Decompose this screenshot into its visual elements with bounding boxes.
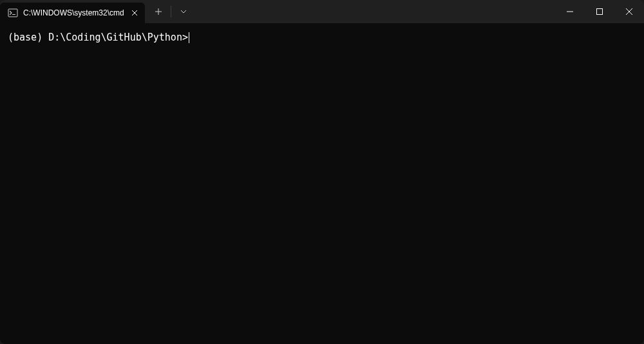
svg-rect-0 — [8, 9, 17, 17]
svg-rect-7 — [597, 9, 603, 15]
close-button[interactable] — [614, 0, 644, 23]
titlebar-actions — [147, 0, 194, 23]
titlebar-left: C:\WINDOWS\system32\cmd — [0, 0, 194, 23]
new-tab-button[interactable] — [147, 1, 169, 22]
window-controls — [555, 0, 644, 23]
prompt-line: (base) D:\Coding\GitHub\Python> — [8, 31, 636, 44]
cmd-icon — [8, 8, 18, 18]
tab-active[interactable]: C:\WINDOWS\system32\cmd — [0, 3, 145, 23]
titlebar-divider — [171, 6, 171, 17]
terminal-content[interactable]: (base) D:\Coding\GitHub\Python> — [0, 23, 644, 344]
titlebar: C:\WINDOWS\system32\cmd — [0, 0, 644, 23]
tab-title: C:\WINDOWS\system32\cmd — [23, 8, 124, 17]
maximize-button[interactable] — [585, 0, 614, 23]
tab-close-button[interactable] — [129, 8, 140, 18]
cursor — [189, 32, 189, 43]
prompt-text: (base) D:\Coding\GitHub\Python> — [8, 31, 188, 44]
minimize-button[interactable] — [555, 0, 585, 23]
dropdown-button[interactable] — [173, 1, 194, 22]
